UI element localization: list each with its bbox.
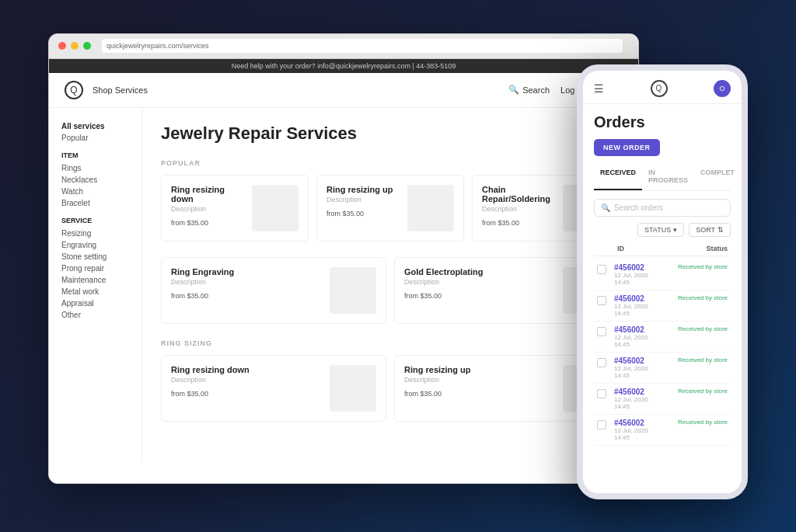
tab-in-progress[interactable]: IN PROGRESS [642,165,694,190]
service-desc: Description [482,205,555,213]
sidebar-item-other[interactable]: Other [61,309,129,321]
service-price: from $35.00 [326,210,400,217]
engraving-services-grid: Ring Engraving Description from $35.00 G… [161,257,620,324]
order-id[interactable]: #456002 [614,294,658,303]
order-date: 12 Jul, 2020 14:45 [614,427,658,441]
service-card[interactable]: Ring resizing down Description from $35.… [161,355,386,422]
service-name: Ring resizing down [171,365,322,374]
order-checkbox[interactable] [597,389,606,398]
service-info: Ring resizing up Description from $35.00 [404,365,555,398]
search-icon: 🔍 [508,85,519,95]
order-id-block: #456002 12 Jul, 2020 14:45 [614,325,658,348]
service-name: Ring resizing up [326,185,400,194]
search-label: Search [522,85,550,95]
order-row[interactable]: #456002 12 Jul, 2020 14:45 Received by s… [594,259,731,290]
order-id[interactable]: #456002 [614,263,658,272]
service-info: Ring resizing up Description from $35.00 [326,185,400,217]
order-row[interactable]: #456002 12 Jul, 2020 14:45 Received by s… [594,322,731,353]
service-card[interactable]: Ring resizing up Description from $35.00 [316,175,464,242]
tab-received[interactable]: RECEIVED [594,165,642,190]
order-date: 12 Jul, 2020 14:45 [614,303,658,317]
order-id-block: #456002 12 Jul, 2020 14:45 [614,419,658,441]
service-price: from $35.00 [404,390,555,398]
service-image [330,267,376,314]
phone-nav: ☰ Q O [583,71,742,104]
order-row[interactable]: #456002 12 Jul, 2020 14:45 Received by s… [594,290,731,322]
service-name: Chain Repair/Soldering [482,185,555,203]
service-price: from $35.00 [171,390,322,398]
orders-tabs: RECEIVED IN PROGRESS COMPLET [594,165,731,191]
order-id-block: #456002 12 Jul, 2020 14:45 [614,388,658,410]
service-name: Ring resizing down [171,185,244,203]
service-desc: Description [171,376,322,384]
sidebar-item-maintenance[interactable]: Maintenance [61,274,129,286]
service-desc: Description [404,376,555,384]
service-image [252,185,298,231]
sidebar-item-stone-setting[interactable]: Stone setting [61,251,129,263]
header-check [597,245,609,252]
order-checkbox[interactable] [597,327,606,336]
sidebar-item-appraisal[interactable]: Appraisal [61,297,129,309]
hamburger-icon[interactable]: ☰ [594,82,604,95]
filter-row: STATUS ▾ SORT ⇅ [594,223,731,237]
sidebar-item-watch[interactable]: Watch [61,186,129,197]
service-image [330,365,376,412]
search-button[interactable]: 🔍 Search [508,85,550,95]
order-id[interactable]: #456002 [614,388,658,396]
order-row[interactable]: #456002 12 Jul, 2020 14:45 Received by s… [594,415,731,446]
order-checkbox[interactable] [597,296,606,305]
browser-dot-yellow [71,42,79,50]
service-price: from $35.00 [171,219,244,227]
chevron-down-icon: ▾ [673,226,677,234]
orders-search-bar[interactable]: 🔍 Search orders [594,199,731,217]
service-desc: Description [171,278,322,286]
service-name: Ring resizing up [404,365,555,374]
order-id[interactable]: #456002 [614,356,658,365]
sidebar-item-bracelet[interactable]: Bracelet [61,197,129,209]
service-card[interactable]: Ring Engraving Description from $35.00 [161,257,386,324]
sidebar-item-rings[interactable]: Rings [61,162,129,174]
sidebar-item-necklaces[interactable]: Necklaces [61,174,129,186]
service-info: Chain Repair/Soldering Description from … [482,185,555,227]
order-row[interactable]: #456002 12 Jul, 2020 14:45 Received by s… [594,353,731,384]
order-checkbox[interactable] [597,265,606,274]
service-info: Ring resizing down Description from $35.… [171,365,322,398]
service-price: from $35.00 [171,292,322,300]
service-name: Ring Engraving [171,267,322,276]
order-checkbox[interactable] [597,420,606,429]
order-checkbox[interactable] [597,358,606,367]
order-id-block: #456002 12 Jul, 2020 14:45 [614,294,658,317]
order-id[interactable]: #456002 [614,419,658,427]
phone-avatar[interactable]: O [714,80,731,97]
orders-table-header: ID Status [594,245,731,256]
sidebar-item-all-services[interactable]: All services [61,120,129,132]
service-desc: Description [171,205,244,213]
service-name: Gold Electroplating [404,267,555,276]
sidebar-item-popular[interactable]: Popular [61,132,129,144]
new-order-button[interactable]: NEW ORDER [594,139,660,156]
order-row[interactable]: #456002 12 Jul, 2020 14:45 Received by s… [594,384,731,415]
sort-button[interactable]: SORT ⇅ [689,223,731,237]
site-nav: Q Shop Services 🔍 Search Log in 🛒 [49,73,638,108]
service-price: from $35.00 [482,219,555,227]
sidebar-item-engraving[interactable]: Engraving [61,239,129,251]
sidebar-item-metal-work[interactable]: Metal work [61,286,129,297]
order-status-badge: Received by store [665,356,728,363]
sidebar-item-prong-repair[interactable]: Prong repair [61,263,129,274]
order-id[interactable]: #456002 [614,325,658,334]
mobile-phone: ☰ Q O Orders NEW ORDER RECEIVED IN PROGR… [577,64,748,499]
url-text: quickjewelryrepairs.com/services [106,42,209,50]
sidebar-item-resizing[interactable]: Resizing [61,228,129,239]
tab-completed[interactable]: COMPLET [694,165,741,190]
website: Need help with your order? info@quickjew… [49,59,638,483]
nav-logo: Q [65,81,83,99]
service-card[interactable]: Ring resizing down Description from $35.… [161,175,309,242]
shop-services-link[interactable]: Shop Services [93,85,148,95]
search-icon-small: 🔍 [601,203,610,212]
service-desc: Description [326,196,400,203]
site-main: All services Popular ITEM Rings Necklace… [49,108,638,462]
sidebar: All services Popular ITEM Rings Necklace… [49,108,142,462]
order-status-badge: Received by store [665,325,728,332]
service-info: Ring resizing down Description from $35.… [171,185,244,227]
status-filter-button[interactable]: STATUS ▾ [637,223,684,237]
